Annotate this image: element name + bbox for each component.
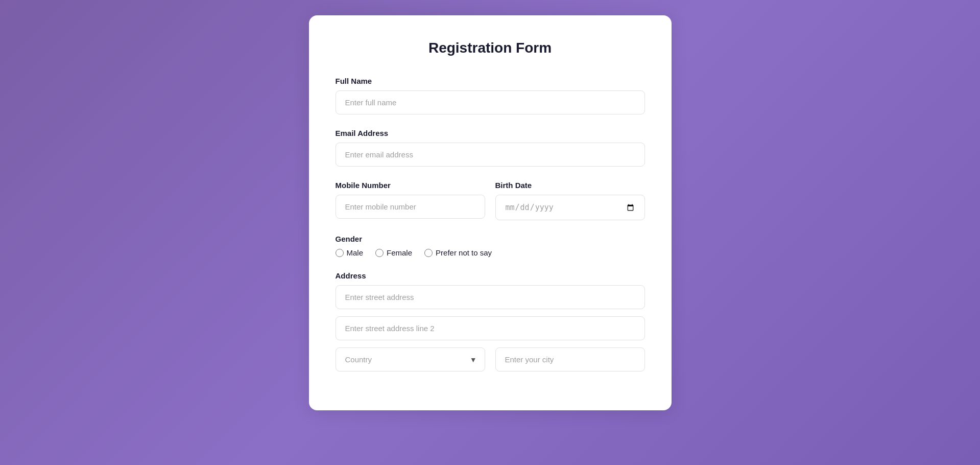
birthdate-subgroup: Birth Date: [495, 181, 645, 220]
gender-female-radio[interactable]: [375, 249, 384, 257]
gender-prefer-not-label: Prefer not to say: [436, 248, 492, 257]
birth-date-input[interactable]: [495, 195, 645, 220]
country-wrapper: Country United States United Kingdom Can…: [336, 347, 485, 371]
city-input[interactable]: [495, 347, 645, 371]
gender-male-option[interactable]: Male: [336, 248, 364, 257]
address-group: Address Country United States United Kin…: [336, 271, 645, 371]
full-name-input[interactable]: [336, 90, 645, 114]
email-label: Email Address: [336, 129, 645, 137]
gender-group: Gender Male Female Prefer not to say: [336, 235, 645, 257]
gender-label: Gender: [336, 235, 645, 243]
street-address-1-input[interactable]: [336, 285, 645, 309]
registration-form-card: Registration Form Full Name Email Addres…: [309, 15, 672, 410]
form-title: Registration Form: [336, 40, 645, 56]
gender-prefer-not-option[interactable]: Prefer not to say: [424, 248, 492, 257]
mobile-birthdate-group: Mobile Number Birth Date: [336, 181, 645, 220]
gender-prefer-not-radio[interactable]: [424, 249, 433, 257]
full-name-label: Full Name: [336, 77, 645, 85]
address-label: Address: [336, 271, 645, 280]
birth-date-label: Birth Date: [495, 181, 645, 190]
gender-male-radio[interactable]: [336, 249, 344, 257]
mobile-subgroup: Mobile Number: [336, 181, 485, 220]
email-group: Email Address: [336, 129, 645, 167]
email-input[interactable]: [336, 143, 645, 167]
country-select[interactable]: Country United States United Kingdom Can…: [336, 347, 485, 371]
gender-options: Male Female Prefer not to say: [336, 248, 645, 257]
street-address-2-input[interactable]: [336, 316, 645, 340]
full-name-group: Full Name: [336, 77, 645, 114]
mobile-input[interactable]: [336, 195, 485, 219]
gender-female-option[interactable]: Female: [375, 248, 412, 257]
country-city-row: Country United States United Kingdom Can…: [336, 347, 645, 371]
gender-male-label: Male: [347, 248, 364, 257]
mobile-label: Mobile Number: [336, 181, 485, 190]
gender-female-label: Female: [387, 248, 412, 257]
